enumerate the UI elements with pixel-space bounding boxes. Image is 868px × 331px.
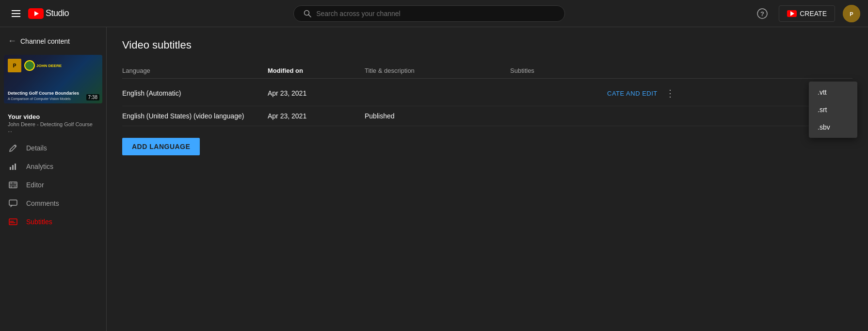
col-subtitles-header: Subtitles: [510, 67, 607, 74]
row1-language: English (Automatic): [122, 89, 268, 97]
subtitles-icon: [8, 217, 18, 226]
purdue-badge: P: [8, 59, 21, 72]
svg-rect-18: [9, 200, 17, 205]
sidebar-analytics-label: Analytics: [26, 163, 53, 170]
your-video-title: John Deere - Detecting Golf Course ...: [8, 121, 98, 133]
duplicate-edit-button[interactable]: CATE AND EDIT: [607, 90, 658, 97]
search-bar: [293, 5, 565, 22]
back-arrow-icon: ←: [8, 36, 16, 46]
create-video-icon: [787, 10, 797, 17]
col-actions-header: [607, 67, 852, 74]
your-video-section: Your video John Deere - Detecting Golf C…: [0, 107, 106, 135]
svg-line-3: [309, 15, 311, 17]
channel-content-header[interactable]: ← Channel content: [0, 31, 106, 51]
svg-rect-11: [9, 182, 17, 188]
film-icon: [8, 181, 18, 189]
dropdown-item-vtt[interactable]: .vtt: [809, 83, 857, 101]
col-titledesc-header: Title & description: [365, 67, 510, 74]
col-modified-header[interactable]: Modified on: [268, 67, 365, 74]
svg-text:?: ?: [760, 10, 764, 17]
svg-rect-8: [10, 167, 11, 170]
sidebar-item-subtitles[interactable]: Subtitles: [0, 213, 106, 231]
john-deere-badge: JOHN DEERE: [24, 60, 62, 71]
bar-chart-icon: [8, 162, 18, 171]
channel-content-label: Channel content: [20, 37, 70, 45]
table-row: English (Automatic) Apr 23, 2021 .vtt .s…: [122, 81, 852, 106]
thumbnail-card[interactable]: P JOHN DEERE Detecting Golf Course Bound…: [4, 55, 102, 103]
table-row: English (United States) (video language)…: [122, 106, 852, 126]
row2-language: English (United States) (video language): [122, 112, 268, 120]
help-button[interactable]: ?: [754, 5, 771, 22]
row2-modified: Apr 23, 2021: [268, 112, 365, 120]
sidebar-comments-label: Comments: [26, 199, 59, 207]
search-icon: [304, 10, 311, 17]
dropdown-item-srt[interactable]: .srt: [809, 101, 857, 118]
help-circle-icon: ?: [757, 8, 768, 19]
create-label: CREATE: [800, 10, 827, 17]
sidebar-item-comments[interactable]: Comments: [0, 194, 106, 213]
john-deere-logo-icon: [24, 60, 35, 71]
sidebar: ← Channel content P JOHN DEERE Detecting…: [0, 27, 107, 331]
dropdown-menu: .vtt .srt .sbv: [809, 82, 857, 138]
table-header: Language Modified on Title & description…: [122, 63, 852, 79]
duration-badge: 7:38: [86, 94, 99, 100]
row1-modified: Apr 23, 2021: [268, 89, 365, 97]
thumb-title: Detecting Golf Course Boundaries: [8, 91, 98, 97]
more-options-button[interactable]: ⋮: [663, 86, 677, 100]
row2-titledesc: Published: [365, 112, 510, 120]
thumb-subtitle: A Comparison of Computer Vision Models: [8, 97, 98, 100]
studio-label: Studio: [46, 8, 69, 18]
add-language-button[interactable]: ADD LANGUAGE: [122, 138, 200, 155]
hamburger-icon: [12, 10, 20, 17]
sidebar-subtitles-label: Subtitles: [26, 218, 52, 226]
your-video-label: Your video: [8, 113, 98, 120]
row1-actions: .vtt .srt .sbv CATE AND EDIT ⋮: [607, 86, 852, 100]
search-bar-container: [111, 5, 748, 22]
john-deere-text: JOHN DEERE: [36, 64, 62, 68]
logo-area[interactable]: Studio: [28, 8, 69, 19]
pencil-icon: [8, 144, 18, 152]
header-right: ? CREATE P: [754, 5, 860, 22]
sidebar-editor-label: Editor: [26, 181, 44, 189]
avatar[interactable]: P: [843, 5, 860, 22]
page-title: Video subtitles: [122, 39, 852, 51]
svg-rect-10: [15, 164, 16, 170]
thumbnail-image: P JOHN DEERE Detecting Golf Course Bound…: [4, 55, 102, 103]
sidebar-item-editor[interactable]: Editor: [0, 176, 106, 194]
comment-icon: [8, 199, 18, 208]
sidebar-nav: Details Analytics: [0, 135, 106, 235]
col-language-header: Language: [122, 67, 268, 74]
svg-text:P: P: [850, 11, 853, 17]
menu-button[interactable]: [8, 6, 24, 21]
create-button[interactable]: CREATE: [779, 5, 835, 22]
search-input[interactable]: [316, 10, 555, 17]
thumbnail-logos: P JOHN DEERE: [8, 59, 62, 72]
dropdown-item-sbv[interactable]: .sbv: [809, 118, 857, 136]
sidebar-item-details[interactable]: Details: [0, 139, 106, 157]
content-area: Video subtitles Language Modified on Tit…: [107, 27, 868, 331]
youtube-logo-icon: [28, 8, 44, 19]
svg-rect-9: [12, 165, 14, 170]
top-header: Studio ? CREATE P: [0, 0, 868, 27]
sidebar-item-analytics[interactable]: Analytics: [0, 157, 106, 176]
video-thumbnail-section: P JOHN DEERE Detecting Golf Course Bound…: [0, 51, 106, 107]
sidebar-details-label: Details: [26, 144, 47, 152]
main-body: ← Channel content P JOHN DEERE Detecting…: [0, 27, 868, 331]
avatar-image: P: [843, 5, 860, 22]
svg-rect-19: [9, 219, 17, 225]
header-left: Studio: [8, 6, 105, 21]
